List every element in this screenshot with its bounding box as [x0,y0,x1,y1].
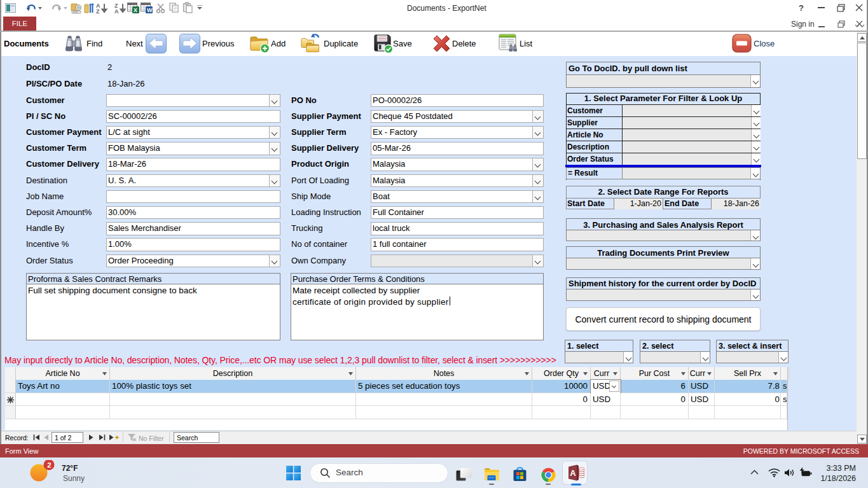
svg-text:2: 2 [47,461,51,469]
svg-text:W: W [147,7,153,13]
svg-text:X: X [134,7,137,13]
svg-text:A: A [570,468,576,478]
svg-text:Z: Z [96,8,100,14]
svg-text:A: A [114,8,119,14]
